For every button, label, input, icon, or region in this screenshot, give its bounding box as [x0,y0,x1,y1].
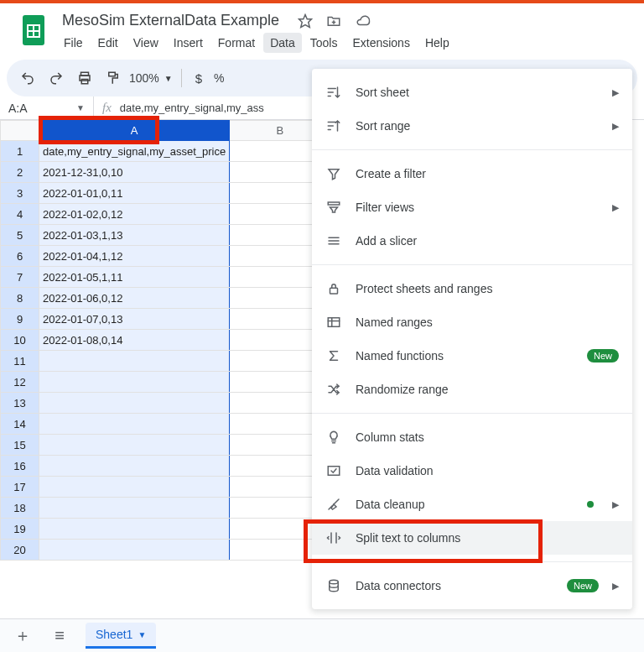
menu-format[interactable]: Format [211,33,262,53]
menu-item-column-stats[interactable]: Column stats [312,420,632,454]
menu-item-label: Data cleanup [356,498,574,511]
menu-item-label: Named ranges [356,316,619,329]
menu-edit[interactable]: Edit [91,33,125,53]
cell[interactable]: 2022-01-08,0,14 [39,330,230,351]
row-header[interactable]: 14 [1,414,39,435]
print-button[interactable] [72,65,97,91]
select-all-corner[interactable] [1,121,39,141]
cell[interactable] [39,393,230,414]
cell[interactable]: 2021-12-31,0,10 [39,162,230,183]
row-header[interactable]: 11 [1,351,39,372]
cell[interactable]: 2022-01-03,1,13 [39,225,230,246]
menu-tools[interactable]: Tools [304,33,345,53]
cell[interactable]: 2022-01-05,1,11 [39,267,230,288]
row-header[interactable]: 10 [1,330,39,351]
menu-item-named-functions[interactable]: Named functionsNew [312,339,632,373]
star-icon[interactable] [298,13,313,29]
filter-icon [325,165,342,182]
row-header[interactable]: 7 [1,267,39,288]
row-header[interactable]: 3 [1,183,39,204]
document-title[interactable]: MesoSim ExternalData Example [57,10,284,31]
menu-item-label: Protect sheets and ranges [356,282,619,295]
undo-button[interactable] [15,65,40,91]
menu-item-label: Sort range [356,119,599,133]
cell[interactable]: 2022-01-01,0,11 [39,183,230,204]
menu-data[interactable]: Data [263,33,302,53]
menu-view[interactable]: View [127,33,165,53]
all-sheets-button[interactable]: ≡ [49,626,70,645]
cell[interactable] [39,477,230,498]
redo-button[interactable] [44,65,69,91]
row-header[interactable]: 19 [1,519,39,540]
row-header[interactable]: 18 [1,498,39,519]
row-header[interactable]: 2 [1,162,39,183]
cell[interactable]: 2022-01-04,1,12 [39,246,230,267]
svg-rect-13 [330,288,338,294]
menu-item-add-a-slicer[interactable]: Add a slicer [312,224,632,258]
row-header[interactable]: 16 [1,456,39,477]
sheets-logo[interactable] [17,13,50,47]
row-header[interactable]: 6 [1,246,39,267]
zoom-dropdown[interactable]: 100%▼ [129,71,173,85]
row-header[interactable]: 15 [1,435,39,456]
sheet-tab[interactable]: Sheet1▼ [86,623,156,649]
add-sheet-button[interactable]: ＋ [12,624,34,647]
menu-item-label: Data connectors [356,579,553,592]
formula-bar[interactable]: date,my_entry_signal,my_ass [120,102,264,114]
cell[interactable]: 2022-01-07,0,13 [39,309,230,330]
svg-rect-17 [328,467,340,476]
cell[interactable]: date,my_entry_signal,my_asset_price [39,141,230,162]
cell[interactable] [39,456,230,477]
split-icon [325,529,342,546]
cell[interactable] [39,498,230,519]
menu-item-protect-sheets-and-ranges[interactable]: Protect sheets and ranges [312,272,632,305]
fx-icon: fx [102,101,112,115]
menu-item-filter-views[interactable]: Filter views▶ [312,190,632,224]
cleanup-icon [325,496,342,513]
row-header[interactable]: 20 [1,540,39,561]
row-header[interactable]: 8 [1,288,39,309]
menu-item-sort-sheet[interactable]: Sort sheet▶ [312,76,632,109]
cell[interactable] [39,435,230,456]
bulb-icon [325,429,342,446]
menu-item-split-text-to-columns[interactable]: Split text to columns [312,521,632,555]
menu-file[interactable]: File [57,33,90,53]
menu-item-sort-range[interactable]: Sort range▶ [312,109,632,143]
row-header[interactable]: 9 [1,309,39,330]
menu-help[interactable]: Help [418,33,456,53]
menu-item-label: Add a slicer [356,234,619,248]
menu-item-label: Data validation [356,464,619,477]
row-header[interactable]: 1 [1,141,39,162]
menu-item-named-ranges[interactable]: Named ranges [312,305,632,339]
svg-rect-14 [328,318,340,327]
percent-format-button[interactable]: % [214,71,224,85]
menu-extensions[interactable]: Extensions [345,33,416,53]
cell[interactable] [39,372,230,393]
svg-rect-9 [328,202,340,205]
move-icon[interactable] [326,13,341,29]
row-header[interactable]: 17 [1,477,39,498]
cell[interactable] [39,519,230,540]
column-header-A[interactable]: A [39,121,230,141]
cell[interactable]: 2022-01-06,0,12 [39,288,230,309]
menu-insert[interactable]: Insert [167,33,210,53]
cell[interactable] [39,540,230,561]
svg-rect-8 [109,72,116,76]
row-header[interactable]: 13 [1,393,39,414]
menu-item-data-validation[interactable]: Data validation [312,454,632,488]
row-header[interactable]: 4 [1,204,39,225]
validation-icon [325,462,342,479]
cell[interactable] [39,351,230,372]
name-box[interactable]: A:A▼ [0,96,94,119]
menu-item-randomize-range[interactable]: Randomize range [312,373,632,406]
cell[interactable]: 2022-01-02,0,12 [39,204,230,225]
currency-format-button[interactable]: $ [195,71,202,86]
menu-item-create-a-filter[interactable]: Create a filter [312,157,632,190]
menu-item-data-cleanup[interactable]: Data cleanup▶ [312,488,632,521]
cloud-status-icon[interactable] [355,13,371,29]
row-header[interactable]: 5 [1,225,39,246]
row-header[interactable]: 12 [1,372,39,393]
paint-format-button[interactable] [101,65,126,91]
menu-item-data-connectors[interactable]: Data connectorsNew▶ [312,569,632,602]
cell[interactable] [39,414,230,435]
